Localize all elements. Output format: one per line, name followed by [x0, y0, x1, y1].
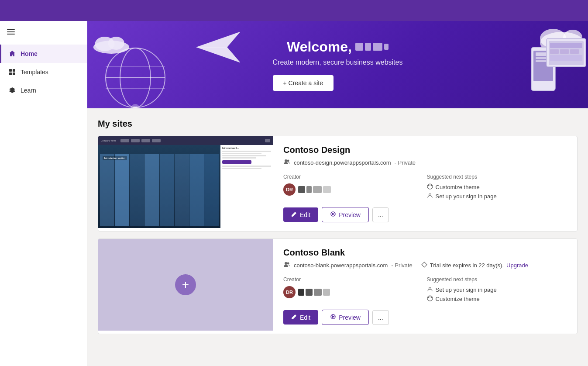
step-customize-theme-blank[interactable]: Customize theme	[427, 295, 567, 303]
upgrade-link[interactable]: Upgrade	[506, 262, 528, 269]
svg-rect-0	[7, 29, 15, 30]
svg-point-40	[430, 185, 431, 186]
site-url-design: contoso-design.powerappsportals.com	[294, 159, 391, 166]
thumb-logo: Company name	[101, 139, 116, 142]
edit-button-design[interactable]: Edit	[283, 207, 318, 222]
step-signin-design[interactable]: Set up your sign in page	[427, 193, 567, 200]
svg-point-49	[430, 297, 431, 298]
diamond-icon	[421, 262, 427, 269]
color-bars-design	[298, 186, 331, 193]
site-privacy-design: - Private	[395, 159, 416, 166]
preview-button-label-design: Preview	[339, 211, 361, 218]
color-bar-3	[313, 186, 322, 193]
cloud-left-decoration	[92, 34, 131, 54]
thumb-line-5	[222, 166, 271, 167]
svg-rect-2	[7, 34, 15, 35]
svg-rect-34	[550, 55, 582, 61]
main-content: Welcome, Create modern, secure business …	[87, 21, 588, 366]
name-block-1	[355, 43, 363, 51]
more-button-design[interactable]: ...	[372, 207, 389, 222]
site-name-contoso-blank: Contoso Blank	[283, 248, 567, 258]
edit-icon-blank	[291, 314, 297, 321]
template-icon	[8, 68, 16, 76]
users-icon-blank	[283, 261, 290, 269]
color-bar-blank-2	[306, 289, 313, 296]
edit-icon	[291, 211, 297, 218]
site-url-row-blank: contoso-blank.powerappsportals.com - Pri…	[283, 261, 567, 269]
svg-point-47	[428, 297, 429, 298]
home-icon	[8, 50, 16, 58]
preview-icon	[330, 211, 336, 218]
color-bar-blank-3	[314, 289, 322, 296]
sidebar-item-home[interactable]: Home	[0, 45, 87, 63]
thumb-line-1	[222, 151, 271, 152]
creator-content-blank: DR	[283, 286, 423, 298]
more-button-blank[interactable]: ...	[372, 310, 389, 325]
create-site-button[interactable]: + Create a site	[273, 75, 334, 91]
preview-button-blank[interactable]: Preview	[322, 310, 369, 325]
edit-button-label-blank: Edit	[300, 314, 310, 321]
site-info-contoso-blank: Contoso Blank contoso-blank.powerappspor…	[273, 239, 577, 334]
svg-rect-30	[550, 43, 582, 48]
step-customize-theme-design[interactable]: Customize theme	[427, 183, 567, 191]
hero-banner: Welcome, Create modern, secure business …	[87, 21, 588, 108]
thumb-body: Introduction section Introduction S...	[98, 145, 273, 228]
preview-button-design[interactable]: Preview	[322, 207, 369, 222]
name-block-2	[365, 43, 371, 51]
next-steps-section-blank: Suggested next steps Set	[427, 276, 567, 303]
sidebar-item-templates[interactable]: Templates	[0, 63, 87, 81]
svg-point-44	[287, 262, 289, 265]
edit-button-label-design: Edit	[300, 211, 310, 218]
svg-rect-6	[13, 73, 15, 75]
name-block-3	[373, 43, 382, 51]
thumb-nav-item-4	[152, 139, 161, 142]
svg-point-39	[429, 184, 430, 185]
creator-avatar-design: DR	[283, 183, 296, 196]
thumb-nav-cta	[265, 139, 270, 142]
hero-title-prefix: Welcome,	[287, 39, 352, 55]
svg-point-36	[287, 160, 289, 162]
step-customize-theme-label-blank: Customize theme	[436, 296, 480, 302]
preview-button-label-blank: Preview	[339, 314, 361, 321]
edit-button-blank[interactable]: Edit	[283, 310, 318, 325]
step-signin-label-design: Set up your sign in page	[436, 193, 497, 200]
sidebar-item-learn[interactable]: Learn	[0, 81, 87, 100]
thumb-side-panel: Introduction S...	[220, 145, 273, 228]
site-info-contoso-design: Contoso Design contoso-design.powerappsp…	[273, 136, 577, 231]
thumb-cta-btn	[222, 160, 251, 164]
add-site-button[interactable]: +	[175, 274, 196, 295]
color-bars-blank	[298, 289, 330, 296]
hero-name-placeholder	[355, 43, 389, 51]
thumb-building-grid	[98, 152, 220, 228]
hero-title: Welcome,	[273, 39, 403, 55]
thumb-nav-item-2	[131, 139, 140, 142]
hero-right-decoration	[457, 21, 588, 108]
step-signin-blank[interactable]: Set up your sign in page	[427, 286, 567, 293]
svg-rect-1	[7, 31, 15, 32]
sidebar-item-templates-label: Templates	[21, 69, 48, 76]
suggested-steps-blank: Set up your sign in page	[427, 286, 567, 303]
sidebar-nav: Home Templates	[0, 45, 87, 100]
svg-point-43	[285, 262, 287, 265]
svg-rect-31	[550, 49, 559, 54]
meta-grid-blank: Creator DR	[283, 276, 567, 303]
thumb-line-3	[222, 155, 266, 156]
right-decoration-svg	[466, 21, 588, 108]
palette-icon-blank	[427, 295, 433, 303]
svg-rect-3	[9, 69, 12, 72]
svg-rect-33	[570, 49, 579, 54]
site-thumbnail-contoso-design: Company name	[98, 136, 273, 228]
next-steps-section-design: Suggested next steps	[427, 174, 567, 200]
color-bar-blank-1	[298, 289, 304, 296]
color-bar-1	[298, 186, 305, 193]
svg-point-19	[108, 37, 125, 50]
svg-rect-26	[536, 57, 547, 59]
svg-rect-5	[9, 73, 12, 75]
action-buttons-blank: Edit Preview ...	[283, 310, 567, 325]
trial-badge: Trial site expires in 22 day(s). Upgrade	[421, 262, 528, 269]
site-card-contoso-design: Company name	[98, 136, 578, 231]
sidebar-toggle[interactable]	[0, 21, 87, 45]
plane-decoration	[196, 30, 240, 65]
svg-rect-4	[13, 69, 15, 72]
thumb-section-label: Introduction section	[103, 156, 127, 160]
